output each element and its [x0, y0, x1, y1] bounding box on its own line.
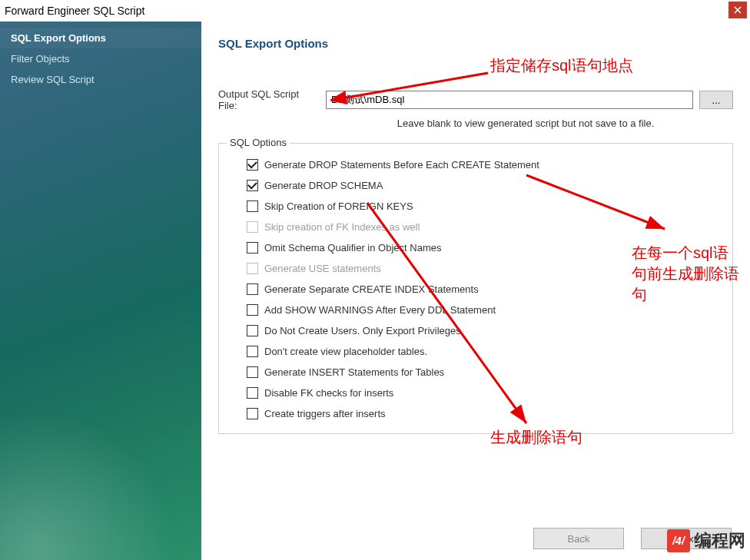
- output-file-hint: Leave blank to view generated script but…: [218, 118, 733, 129]
- option-label: Add SHOW WARNINGS After Every DDL Statem…: [264, 304, 496, 316]
- option-label: Generate Separate CREATE INDEX Statement…: [264, 283, 479, 295]
- option-label: Generate USE statements: [264, 263, 381, 274]
- titlebar: Forward Engineer SQL Script: [0, 0, 750, 22]
- opt-omit-schema-qualifier[interactable]: Omit Schema Qualifier in Object Names: [219, 237, 732, 258]
- main-panel: SQL Export Options Output SQL Script Fil…: [201, 22, 750, 560]
- sql-options-group: SQL Options Generate DROP Statements Bef…: [218, 143, 733, 434]
- checkbox-icon: [247, 200, 258, 212]
- option-label: Do Not Create Users. Only Export Privile…: [264, 325, 461, 336]
- opt-show-warnings[interactable]: Add SHOW WARNINGS After Every DDL Statem…: [219, 300, 732, 320]
- back-button[interactable]: Back: [533, 528, 624, 549]
- checkbox-icon: [247, 304, 258, 316]
- browse-button[interactable]: ...: [699, 91, 733, 109]
- wizard-footer: Back Next: [533, 528, 732, 549]
- opt-skip-fk-indexes: Skip creation of FK Indexes as well: [219, 217, 732, 237]
- option-label: Omit Schema Qualifier in Object Names: [264, 242, 441, 253]
- sidebar-item-label: SQL Export Options: [11, 32, 106, 44]
- option-label: Create triggers after inserts: [264, 408, 386, 419]
- close-button[interactable]: [728, 2, 747, 18]
- opt-no-users[interactable]: Do Not Create Users. Only Export Privile…: [219, 320, 732, 341]
- option-label: Generate DROP Statements Before Each CRE…: [264, 159, 539, 171]
- checkbox-icon: [247, 408, 258, 419]
- button-label: Back: [568, 533, 590, 545]
- sidebar-item-sql-export-options[interactable]: SQL Export Options: [0, 28, 201, 48]
- checkbox-icon: [247, 263, 258, 274]
- output-file-row: Output SQL Script File: ...: [218, 88, 733, 111]
- sidebar-item-filter-objects[interactable]: Filter Objects: [0, 48, 201, 69]
- wizard-sidebar: SQL Export Options Filter Objects Review…: [0, 22, 201, 560]
- opt-generate-drop-before-create[interactable]: Generate DROP Statements Before Each CRE…: [219, 154, 732, 175]
- output-file-input[interactable]: [326, 91, 693, 109]
- opt-disable-fk-checks[interactable]: Disable FK checks for inserts: [219, 383, 732, 403]
- checkbox-icon: [247, 221, 258, 233]
- next-button[interactable]: Next: [641, 528, 732, 549]
- page-title: SQL Export Options: [218, 37, 733, 50]
- checkbox-icon: [247, 366, 258, 378]
- checkbox-icon: [247, 242, 258, 253]
- opt-create-triggers[interactable]: Create triggers after inserts: [219, 403, 732, 424]
- output-file-label: Output SQL Script File:: [218, 88, 320, 111]
- sidebar-item-review-sql-script[interactable]: Review SQL Script: [0, 69, 201, 90]
- close-icon: [734, 6, 742, 14]
- checkbox-icon: [247, 387, 258, 399]
- checkbox-icon: [247, 346, 258, 357]
- option-label: Skip Creation of FOREIGN KEYS: [264, 200, 413, 212]
- group-legend: SQL Options: [227, 137, 290, 148]
- checkbox-icon: [247, 159, 258, 171]
- opt-no-view-placeholder[interactable]: Don't create view placeholder tables.: [219, 341, 732, 362]
- window-title: Forward Engineer SQL Script: [5, 5, 144, 17]
- option-label: Don't create view placeholder tables.: [264, 346, 427, 357]
- checkbox-icon: [247, 283, 258, 295]
- checkbox-icon: [247, 180, 258, 191]
- button-label: Next: [676, 533, 697, 545]
- opt-generate-drop-schema[interactable]: Generate DROP SCHEMA: [219, 175, 732, 196]
- sidebar-item-label: Review SQL Script: [11, 74, 95, 85]
- sidebar-item-label: Filter Objects: [11, 53, 70, 65]
- option-label: Disable FK checks for inserts: [264, 387, 393, 399]
- opt-separate-create-index[interactable]: Generate Separate CREATE INDEX Statement…: [219, 279, 732, 300]
- opt-skip-foreign-keys[interactable]: Skip Creation of FOREIGN KEYS: [219, 196, 732, 217]
- checkbox-icon: [247, 325, 258, 336]
- browse-label: ...: [712, 94, 721, 106]
- option-label: Generate DROP SCHEMA: [264, 180, 383, 191]
- opt-generate-use: Generate USE statements: [219, 258, 732, 279]
- option-label: Generate INSERT Statements for Tables: [264, 366, 444, 378]
- opt-generate-insert[interactable]: Generate INSERT Statements for Tables: [219, 362, 732, 383]
- option-label: Skip creation of FK Indexes as well: [264, 221, 420, 233]
